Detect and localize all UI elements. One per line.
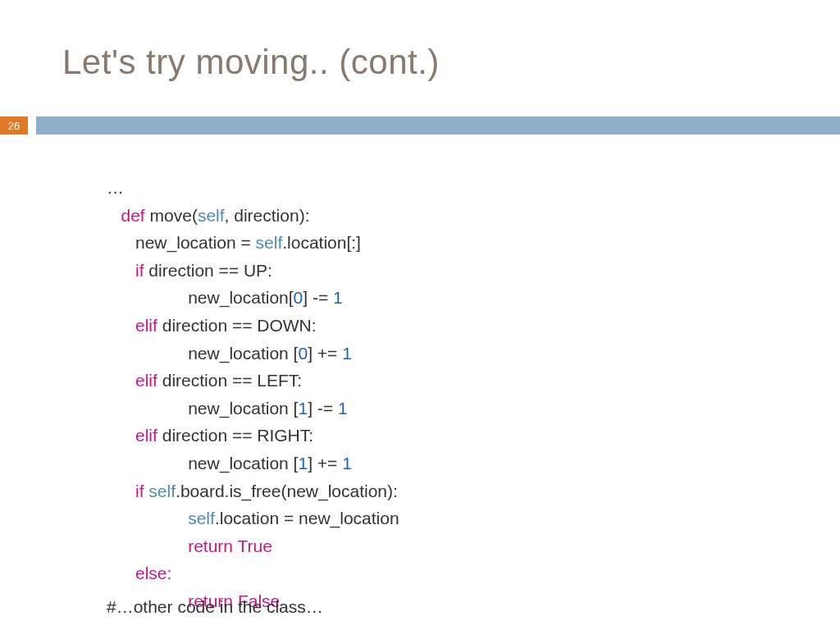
code-line: return True [107,532,399,560]
slide: Let's try moving.. (cont.) 26 … def move… [0,0,840,630]
code-line: new_location[0] -= 1 [107,284,399,312]
code-line: if direction == UP: [107,257,399,285]
code-line: else: [107,559,399,587]
slide-title: Let's try moving.. (cont.) [62,43,440,82]
code-line: new_location [0] += 1 [107,340,399,368]
code-line: elif direction == LEFT: [107,367,399,395]
bar-gap [28,116,36,135]
code-line: new_location = self.location[:] [107,229,399,257]
code-line: new_location [1] += 1 [107,450,399,477]
code-block: … def move(self, direction): new_locatio… [107,174,399,615]
header-bar: 26 [0,116,840,135]
code-line: new_location [1] -= 1 [107,395,399,422]
footer-comment: #…other code in the class… [107,597,323,617]
code-line: self.location = new_location [107,504,399,532]
code-line: elif direction == RIGHT: [107,422,399,450]
code-line: elif direction == DOWN: [107,312,399,340]
code-line: if self.board.is_free(new_location): [107,477,399,505]
code-line: … [107,174,399,202]
blue-bar [36,116,840,135]
code-line: def move(self, direction): [107,202,399,230]
page-number: 26 [0,116,28,135]
